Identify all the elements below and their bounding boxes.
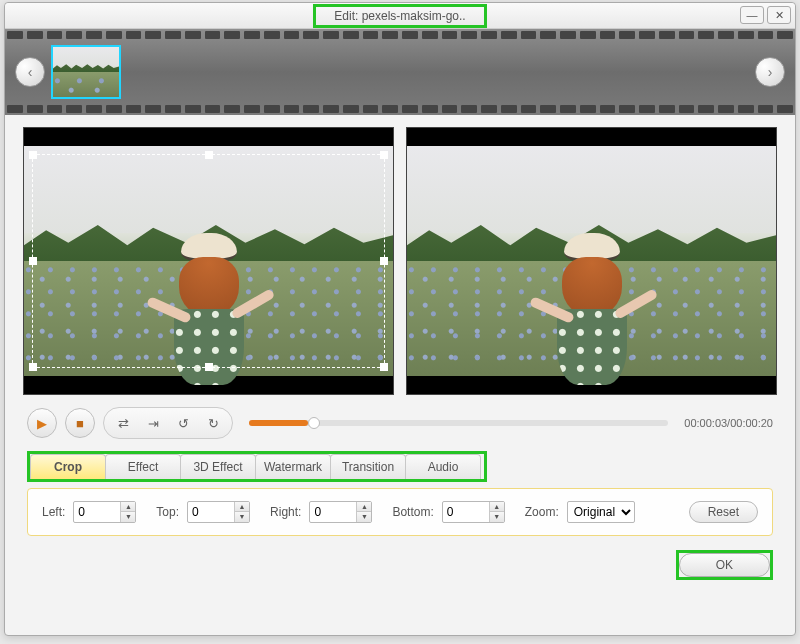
window-title: Edit: pexels-maksim-go.. <box>334 9 465 23</box>
redo-icon: ↻ <box>208 416 219 431</box>
time-display: 00:00:03/00:00:20 <box>684 417 773 429</box>
minimize-button[interactable]: — <box>740 6 764 24</box>
undo-button[interactable]: ↺ <box>170 410 196 436</box>
zoom-select[interactable]: Original <box>567 501 635 523</box>
minimize-icon: — <box>747 9 758 21</box>
shuffle-icon: ⇄ <box>118 416 129 431</box>
transport-group: ⇄ ⇥ ↺ ↻ <box>103 407 233 439</box>
seek-knob[interactable] <box>308 417 320 429</box>
step-icon: ⇥ <box>148 416 159 431</box>
title-bar: Edit: pexels-maksim-go.. — ✕ <box>5 3 795 29</box>
stop-icon: ■ <box>76 416 84 431</box>
edit-window: Edit: pexels-maksim-go.. — ✕ ‹ › <box>4 2 796 636</box>
edit-tabs: Crop Effect 3D Effect Watermark Transiti… <box>27 451 487 482</box>
source-preview[interactable] <box>23 127 394 395</box>
right-input[interactable] <box>310 505 356 519</box>
up-icon[interactable]: ▲ <box>357 502 371 512</box>
bottom-label: Bottom: <box>392 505 433 519</box>
tab-effect[interactable]: Effect <box>105 454 181 479</box>
top-spinner[interactable]: ▲▼ <box>187 501 250 523</box>
close-button[interactable]: ✕ <box>767 6 791 24</box>
top-label: Top: <box>156 505 179 519</box>
tab-3d-effect[interactable]: 3D Effect <box>180 454 256 479</box>
tab-audio[interactable]: Audio <box>405 454 481 479</box>
player-controls: ▶ ■ ⇄ ⇥ ↺ ↻ 00:00:03/00:00:20 <box>5 397 795 445</box>
up-icon[interactable]: ▲ <box>121 502 135 512</box>
next-clip-button[interactable]: › <box>755 57 785 87</box>
down-icon[interactable]: ▼ <box>121 512 135 522</box>
bottom-input[interactable] <box>443 505 489 519</box>
prev-clip-button[interactable]: ‹ <box>15 57 45 87</box>
left-input[interactable] <box>74 505 120 519</box>
right-spinner[interactable]: ▲▼ <box>309 501 372 523</box>
close-icon: ✕ <box>775 9 784 22</box>
seek-fill <box>249 420 308 426</box>
up-icon[interactable]: ▲ <box>490 502 504 512</box>
chevron-left-icon: ‹ <box>28 64 33 80</box>
tab-watermark[interactable]: Watermark <box>255 454 331 479</box>
play-icon: ▶ <box>37 416 47 431</box>
tab-transition[interactable]: Transition <box>330 454 406 479</box>
ok-highlight: OK <box>676 550 773 580</box>
right-label: Right: <box>270 505 301 519</box>
zoom-label: Zoom: <box>525 505 559 519</box>
reset-button[interactable]: Reset <box>689 501 758 523</box>
tab-crop[interactable]: Crop <box>30 454 106 479</box>
output-preview <box>406 127 777 395</box>
down-icon[interactable]: ▼ <box>235 512 249 522</box>
seek-bar[interactable] <box>249 420 668 426</box>
up-icon[interactable]: ▲ <box>235 502 249 512</box>
clip-strip: ‹ › <box>5 29 795 115</box>
down-icon[interactable]: ▼ <box>490 512 504 522</box>
top-input[interactable] <box>188 505 234 519</box>
play-button[interactable]: ▶ <box>27 408 57 438</box>
crop-panel: Left: ▲▼ Top: ▲▼ Right: ▲▼ Bottom: ▲▼ Zo… <box>27 488 773 536</box>
left-spinner[interactable]: ▲▼ <box>73 501 136 523</box>
chevron-right-icon: › <box>768 64 773 80</box>
bottom-spinner[interactable]: ▲▼ <box>442 501 505 523</box>
dialog-footer: OK <box>5 536 795 594</box>
shuffle-button[interactable]: ⇄ <box>110 410 136 436</box>
clip-thumbnail[interactable] <box>51 45 121 99</box>
left-label: Left: <box>42 505 65 519</box>
down-icon[interactable]: ▼ <box>357 512 371 522</box>
redo-button[interactable]: ↻ <box>200 410 226 436</box>
title-highlight: Edit: pexels-maksim-go.. <box>313 4 486 28</box>
ok-button[interactable]: OK <box>679 553 770 577</box>
stop-button[interactable]: ■ <box>65 408 95 438</box>
step-button[interactable]: ⇥ <box>140 410 166 436</box>
undo-icon: ↺ <box>178 416 189 431</box>
